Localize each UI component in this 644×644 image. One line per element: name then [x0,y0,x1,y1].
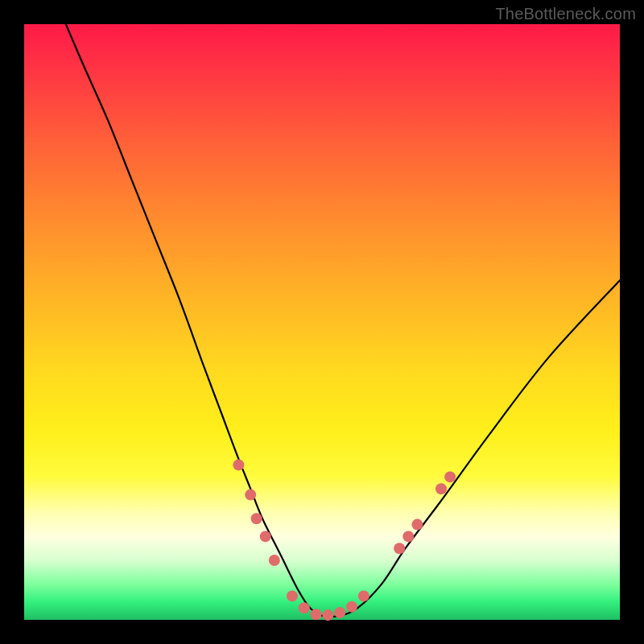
curve-marker [311,609,322,620]
curve-marker [299,602,310,613]
curve-marker [402,530,414,542]
bottleneck-curve [66,24,620,617]
chart-frame: TheBottleneck.com [0,0,644,644]
curve-marker [251,513,262,524]
curve-marker [436,483,447,494]
curve-marker [269,555,280,566]
watermark-text: TheBottleneck.com [495,5,636,23]
curve-marker [322,609,333,621]
curve-marker [233,460,244,471]
curve-marker [346,601,357,613]
curve-marker [411,519,423,530]
curve-marker [358,590,369,601]
curve-marker [334,607,345,618]
curve-marker [260,530,271,542]
curve-marker [287,590,298,601]
curve-marker [394,543,405,554]
curve-marker [444,471,456,482]
marker-group [233,460,456,621]
curve-marker [245,489,256,501]
plot-area [24,24,620,620]
curve-layer [24,24,620,620]
